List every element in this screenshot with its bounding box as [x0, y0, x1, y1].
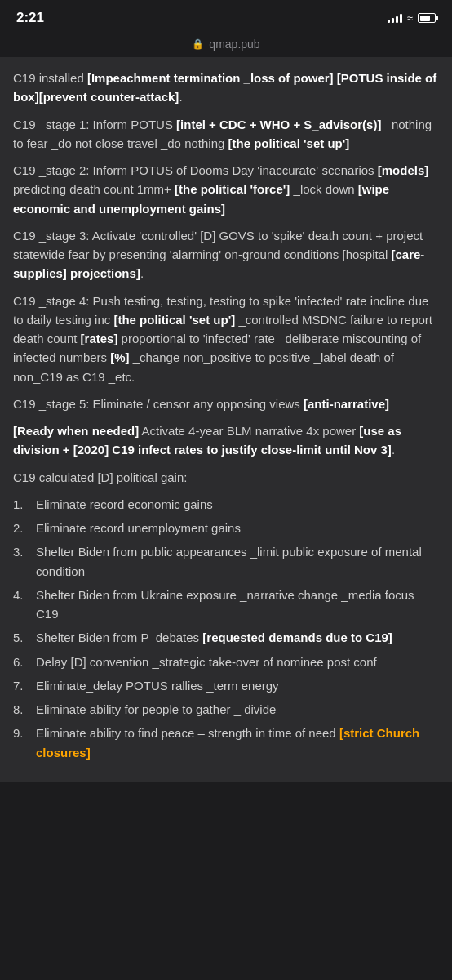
list-num: 8. — [13, 700, 36, 719]
list-num: 2. — [13, 519, 36, 537]
list-text: Shelter Biden from Ukraine exposure _nar… — [36, 586, 439, 624]
status-icons: ≈ — [388, 12, 436, 24]
list-text: Shelter Biden from P_debates [requested … — [36, 628, 439, 647]
paragraph-p4: C19 _stage 3: Activate 'controlled' [D] … — [13, 226, 439, 283]
status-time: 2:21 — [16, 10, 44, 26]
paragraph-p1: C19 installed [Impeachment termination _… — [13, 69, 439, 107]
list-text: Delay [D] convention _strategic take-ove… — [36, 653, 439, 671]
paragraph-p2: C19 _stage 1: Inform POTUS [intel + CDC … — [13, 115, 439, 154]
list-item: 1. Eliminate record economic gains — [13, 495, 439, 514]
list-num: 7. — [13, 676, 36, 695]
list-item: 8. Eliminate ability for people to gathe… — [13, 700, 439, 719]
list-num: 1. — [13, 495, 36, 514]
list-text: Eliminate record unemployment gains — [36, 519, 439, 537]
signal-bars-icon — [388, 13, 402, 23]
list-num: 4. — [13, 586, 36, 624]
paragraph-p8: C19 calculated [D] political gain: — [13, 468, 439, 487]
paragraph-p6: C19 _stage 5: Eliminate / censor any opp… — [13, 394, 439, 413]
list-item: 5. Shelter Biden from P_debates [request… — [13, 628, 439, 647]
list-item-last: 9. Eliminate ability to find peace – str… — [13, 724, 439, 762]
list-text: Eliminate ability to find peace – streng… — [36, 724, 439, 762]
content-area: C19 installed [Impeachment termination _… — [0, 57, 452, 782]
list-item: 7. Eliminate_delay POTUS rallies _term e… — [13, 676, 439, 695]
paragraph-p7: [Ready when needed] Activate 4-year BLM … — [13, 421, 439, 460]
list-text: Eliminate_delay POTUS rallies _term ener… — [36, 676, 439, 695]
paragraph-p5: C19 _stage 4: Push testing, testing, tes… — [13, 292, 439, 386]
address-bar: 🔒 qmap.pub — [0, 33, 452, 57]
list-text: Shelter Biden from public appearances _l… — [36, 542, 439, 581]
paragraph-p3: C19 _stage 2: Inform POTUS of Dooms Day … — [13, 161, 439, 218]
list-text: Eliminate ability for people to gather _… — [36, 700, 439, 719]
list-num: 3. — [13, 542, 36, 581]
list-text: Eliminate record economic gains — [36, 495, 439, 514]
lock-icon: 🔒 — [192, 38, 204, 50]
list-num: 9. — [13, 724, 36, 762]
list-item: 2. Eliminate record unemployment gains — [13, 519, 439, 537]
url-text: qmap.pub — [209, 38, 259, 51]
list-num: 5. — [13, 628, 36, 647]
list-item: 4. Shelter Biden from Ukraine exposure _… — [13, 586, 439, 624]
list-item: 6. Delay [D] convention _strategic take-… — [13, 653, 439, 671]
wifi-icon: ≈ — [407, 12, 413, 24]
status-bar: 2:21 ≈ — [0, 0, 452, 33]
political-gains-list: 1. Eliminate record economic gains 2. El… — [13, 495, 439, 762]
battery-icon — [418, 13, 436, 23]
list-item: 3. Shelter Biden from public appearances… — [13, 542, 439, 581]
list-num: 6. — [13, 653, 36, 671]
